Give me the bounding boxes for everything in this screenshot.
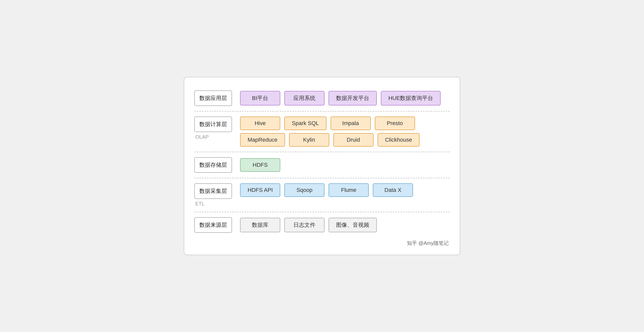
list-item: 数据库 (240, 218, 280, 232)
application-items-row: BI平台 应用系统 数据开发平台 HUE数据查询平台 (240, 91, 450, 105)
list-item: Presto (375, 117, 415, 130)
list-item: Hive (240, 117, 280, 130)
collection-layer-label: 数据采集层 (194, 183, 232, 199)
list-item: 应用系统 (284, 91, 325, 105)
list-item: 图像、音视频 (329, 218, 377, 232)
source-layer: 数据来源层 数据库 日志文件 图像、音视频 (194, 212, 450, 238)
collection-sublabel: ETL (194, 201, 205, 207)
list-item: Spark SQL (284, 117, 327, 130)
list-item: BI平台 (240, 91, 280, 105)
list-item: Impala (331, 117, 371, 130)
list-item: Druid (333, 133, 374, 147)
storage-layer-content: HDFS (240, 158, 450, 172)
list-item: HUE数据查询平台 (381, 91, 441, 105)
computation-label-area: 数据计算层 OLAP (194, 117, 232, 140)
diagram-container: 数据应用层 BI平台 应用系统 数据开发平台 HUE数据查询平台 数据计算层 O… (184, 77, 460, 255)
list-item: Sqoop (284, 183, 325, 197)
list-item: 日志文件 (284, 218, 325, 232)
list-item: Clickhouse (378, 133, 420, 147)
collection-layer-content: HDFS API Sqoop Flume Data X (240, 183, 450, 197)
list-item: Data X (373, 183, 413, 197)
collection-layer: 数据采集层 ETL HDFS API Sqoop Flume Data X (194, 178, 450, 212)
source-layer-content: 数据库 日志文件 图像、音视频 (240, 218, 450, 232)
list-item: Flume (329, 183, 369, 197)
list-item: 数据开发平台 (329, 91, 377, 105)
computation-sublabel: OLAP (194, 134, 209, 140)
watermark: 知乎 @Amy随笔记 (194, 238, 450, 247)
application-layer-label: 数据应用层 (194, 90, 232, 106)
list-item: HDFS (240, 158, 280, 172)
storage-layer-label: 数据存储层 (194, 157, 232, 173)
application-layer-content: BI平台 应用系统 数据开发平台 HUE数据查询平台 (240, 91, 450, 105)
list-item: HDFS API (240, 183, 280, 197)
storage-items-row: HDFS (240, 158, 450, 172)
computation-layer-label: 数据计算层 (194, 117, 232, 132)
computation-layer-content: Hive Spark SQL Impala Presto MapReduce K… (240, 117, 450, 147)
computation-row2: MapReduce Kylin Druid Clickhouse (240, 133, 450, 147)
source-layer-label: 数据来源层 (194, 217, 232, 233)
list-item: MapReduce (240, 133, 285, 147)
collection-items-row: HDFS API Sqoop Flume Data X (240, 183, 450, 197)
computation-layer: 数据计算层 OLAP Hive Spark SQL Impala Presto … (194, 112, 450, 152)
computation-row1: Hive Spark SQL Impala Presto (240, 117, 450, 130)
application-layer: 数据应用层 BI平台 应用系统 数据开发平台 HUE数据查询平台 (194, 85, 450, 111)
storage-layer: 数据存储层 HDFS (194, 152, 450, 178)
collection-label-area: 数据采集层 ETL (194, 183, 232, 207)
list-item: Kylin (289, 133, 329, 147)
source-items-row: 数据库 日志文件 图像、音视频 (240, 218, 450, 232)
